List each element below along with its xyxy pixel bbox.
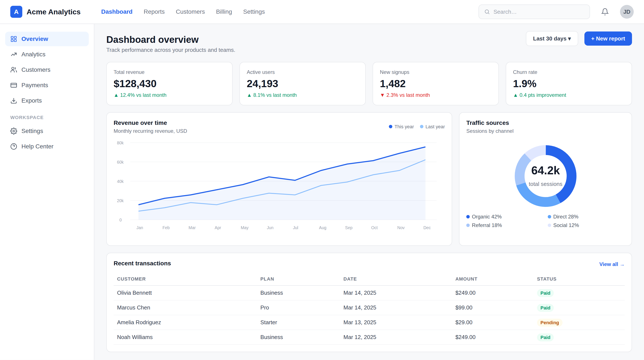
svg-text:60k: 60k [117, 160, 124, 164]
svg-text:Dec: Dec [424, 225, 431, 230]
svg-text:20k: 20k [117, 198, 124, 203]
svg-text:0: 0 [120, 218, 122, 222]
svg-text:Jan: Jan [136, 225, 143, 230]
svg-text:40k: 40k [117, 179, 124, 184]
svg-text:Jul: Jul [293, 225, 298, 230]
svg-text:Apr: Apr [214, 225, 221, 230]
svg-text:Oct: Oct [371, 225, 378, 230]
svg-text:Jun: Jun [267, 225, 274, 230]
svg-text:May: May [241, 225, 249, 230]
svg-text:Nov: Nov [397, 225, 405, 230]
svg-text:Sep: Sep [345, 225, 352, 230]
svg-text:total sessions: total sessions [529, 181, 562, 187]
svg-text:64.2k: 64.2k [531, 164, 560, 177]
svg-text:80k: 80k [117, 140, 124, 145]
svg-text:Aug: Aug [319, 225, 326, 230]
svg-text:Mar: Mar [189, 225, 196, 230]
svg-text:Feb: Feb [162, 225, 170, 230]
